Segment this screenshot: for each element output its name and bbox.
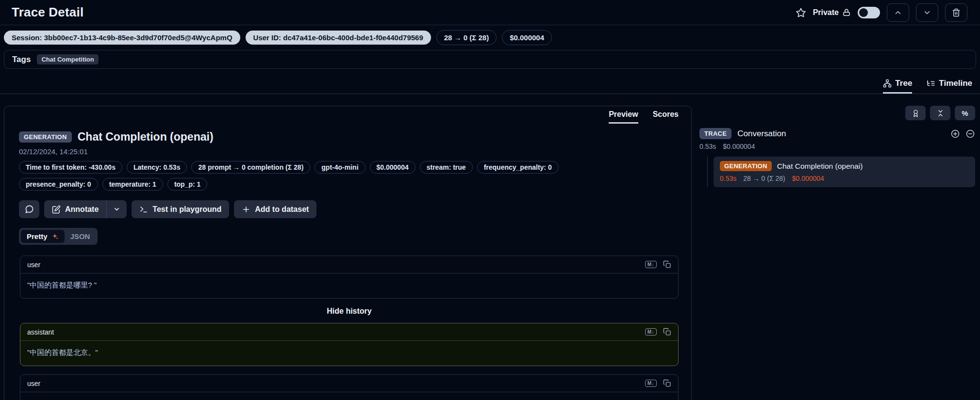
generation-tokens: 28 → 0 (Σ 28) [743,175,785,182]
page-title: Trace Detail [12,5,83,20]
page-header: Trace Detail Private [0,0,980,25]
chevron-down-icon [113,206,120,213]
hide-history-button[interactable]: Hide history [20,299,679,323]
tree-indent: GENERATION Chat Completion (openai) 0.53… [707,157,975,187]
annotate-button[interactable]: Annotate [44,200,106,218]
trace-type-badge: TRACE [699,128,731,139]
tags-container: Tags Chat Competition [4,50,976,69]
metric-pill: 28 prompt → 0 completion (Σ 28) [191,161,310,174]
tree-toolbar: % [699,106,975,120]
next-trace-button[interactable] [916,3,938,22]
pen-square-icon [52,205,61,214]
message-content: "中国的首都是哪里? " [20,273,678,298]
message-user-2: user M↓ "谢谢" [20,374,679,400]
trace-tree-sidebar: % TRACE Conversation 0.53s $0.000004 GEN… [699,106,976,385]
delete-trace-button[interactable] [945,3,967,22]
metric-pill: presence_penalty: 0 [19,178,98,191]
observation-actions: Annotate Test in playground Add to datas… [4,200,691,218]
generation-type-badge: GENERATION [720,161,772,171]
scores-award-icon[interactable] [905,106,926,120]
tab-timeline[interactable]: Timeline [927,79,972,94]
message-header: user M↓ [20,375,678,392]
metric-pill: temperature: 1 [102,178,163,191]
metric-pill: stream: true [420,161,473,174]
privacy-label: Private [813,8,839,17]
user-id-badge[interactable]: User ID: dc47a41e-06bc-400d-bde1-f0e440d… [246,31,431,45]
previous-trace-button[interactable] [887,3,909,22]
trace-title[interactable]: Conversation [737,129,786,139]
copy-icon[interactable] [663,328,671,336]
bookmark-star-icon[interactable] [796,7,806,18]
plus-icon [242,205,250,214]
percent-metrics-icon[interactable]: % [955,106,975,120]
chevron-down-icon [923,8,931,17]
playground-label: Test in playground [152,205,221,214]
message-user-1: user M↓ "中国的首都是哪里? " [20,256,679,299]
trace-root-row[interactable]: TRACE Conversation [699,128,975,139]
trace-meta-badges: Session: 3bb00ec7-1b13-4c9b-85ee-3d9d70f… [0,25,980,48]
comment-bubble-icon [25,205,34,214]
privacy-control: Private [813,8,851,17]
pretty-toggle-button[interactable]: Pretty [21,230,65,243]
sparkles-icon [51,233,59,240]
markdown-toggle-icon[interactable]: M↓ [645,380,657,387]
tag-chip[interactable]: Chat Competition [37,54,98,64]
copy-icon[interactable] [663,379,671,387]
metric-pill: frequency_penalty: 0 [477,161,559,174]
observation-title: Chat Completion (openai) [78,130,214,144]
message-header: assistant M↓ [20,323,678,341]
panel-tab-bar: Preview Scores [4,106,691,124]
observation-header: GENERATION Chat Completion (openai) 02/1… [4,124,691,191]
annotate-dropdown-button[interactable] [107,200,127,218]
message-content: "中国的首都是北京。" [20,341,678,366]
tab-scores[interactable]: Scores [653,110,679,124]
add-to-dataset-label: Add to dataset [255,205,309,214]
generation-node-title: Chat Completion (openai) [777,162,863,171]
chevron-up-icon [894,8,902,17]
metric-pill: gpt-4o-mini [315,161,365,174]
tab-tree[interactable]: Tree [883,79,912,94]
comment-button[interactable] [19,200,39,218]
message-role: user [27,261,40,269]
privacy-toggle[interactable] [858,7,880,18]
trace-cost: $0.000004 [723,143,755,150]
expand-all-icon[interactable] [950,129,960,139]
metric-pill: top_p: 1 [167,178,207,191]
toggle-knob [859,8,868,17]
observation-panel: Preview Scores GENERATION Chat Completio… [4,106,692,400]
generation-cost: $0.000004 [792,175,824,182]
tags-label: Tags [12,55,31,64]
markdown-toggle-icon[interactable]: M↓ [645,328,657,336]
json-toggle-button[interactable]: JSON [65,230,96,243]
metric-pill: Time to first token: -430.00s [19,161,122,174]
trash-icon [952,8,961,17]
add-to-dataset-button[interactable]: Add to dataset [234,200,316,218]
copy-icon[interactable] [663,260,671,269]
session-badge[interactable]: Session: 3bb00ec7-1b13-4c9b-85ee-3d9d70f… [4,31,240,45]
trace-metrics: 0.53s $0.000004 [699,143,975,150]
format-toggle: Pretty JSON [19,228,98,245]
view-tab-bar: Tree Timeline [0,75,980,94]
metric-pill-list: Time to first token: -430.00s Latency: 0… [19,161,635,191]
message-list: user M↓ "中国的首都是哪里? " Hide history assist… [20,256,679,400]
message-assistant: assistant M↓ "中国的首都是北京。" [20,323,679,366]
message-role: user [27,380,40,387]
cost-badge: $0.000004 [502,30,552,45]
collapse-node-icon[interactable] [965,129,975,139]
metric-pill: Latency: 0.53s [127,161,187,174]
message-role: assistant [27,328,54,336]
main-content: Preview Scores GENERATION Chat Completio… [0,94,980,385]
collapse-all-icon[interactable] [930,106,950,120]
markdown-toggle-icon[interactable]: M↓ [645,261,657,268]
test-in-playground-button[interactable]: Test in playground [132,200,229,218]
generation-latency: 0.53s [720,175,736,182]
trace-latency: 0.53s [699,143,716,150]
header-actions: Private [796,3,967,22]
token-usage-badge: 28 → 0 (Σ 28) [436,30,497,45]
generation-node[interactable]: GENERATION Chat Completion (openai) 0.53… [714,157,975,187]
tree-icon [883,79,892,88]
annotate-label: Annotate [65,205,99,214]
tab-preview[interactable]: Preview [609,110,638,124]
tab-tree-label: Tree [895,79,912,88]
message-content: "谢谢" [20,392,678,400]
